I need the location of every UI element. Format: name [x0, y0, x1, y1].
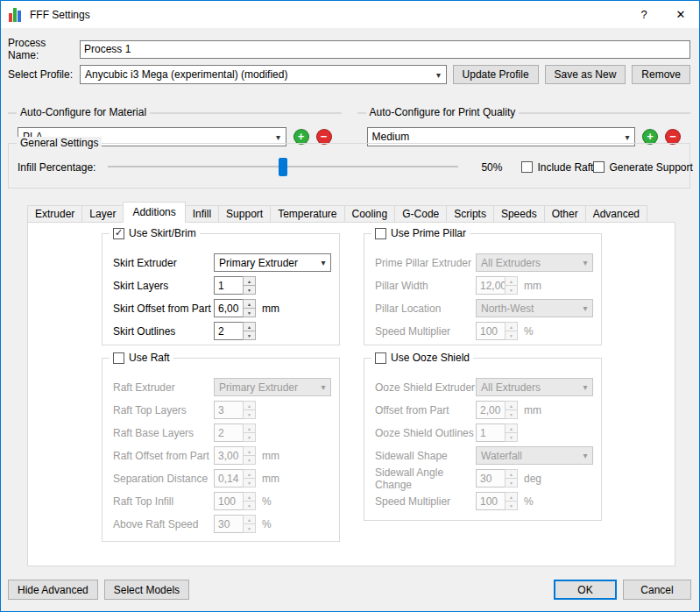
update-profile-button[interactable]: Update Profile: [453, 65, 539, 84]
skirt-outlines-label: Skirt Outlines: [113, 325, 214, 338]
tab-infill[interactable]: Infill: [185, 205, 219, 223]
include-raft-label: Include Raft: [537, 161, 593, 174]
unit-label: %: [524, 495, 534, 508]
use-prime-pillar-group: ✓ Use Prime Pillar Prime Pillar Extruder…: [364, 233, 602, 345]
include-raft-checkbox[interactable]: ✓: [521, 161, 533, 173]
spin-down-icon: ▼: [505, 409, 518, 419]
prime-pillar-extruder-label: Prime Pillar Extruder: [375, 257, 476, 269]
chevron-down-icon[interactable]: ▾: [620, 132, 634, 142]
spin-down-icon[interactable]: ▼: [243, 331, 256, 340]
use-raft-checkbox[interactable]: ✓: [113, 352, 124, 364]
process-name-input[interactable]: [80, 40, 690, 59]
ooze-shield-extruder-row: Ooze Shield Extruder All Extruders ▾: [375, 378, 596, 396]
cancel-button[interactable]: Cancel: [623, 580, 691, 600]
slider-handle[interactable]: [279, 158, 287, 176]
help-button[interactable]: ?: [626, 1, 662, 28]
auto-configure-row: Auto-Configure for Material PLA ▾ + − Au…: [8, 90, 690, 136]
unit-label: %: [262, 518, 272, 530]
ooze-outlines-label: Ooze Shield Outlines: [375, 427, 476, 439]
tab-speeds[interactable]: Speeds: [493, 205, 545, 223]
spin-down-icon[interactable]: ▼: [243, 308, 256, 317]
close-button[interactable]: ✕: [662, 1, 699, 28]
infill-slider[interactable]: [108, 158, 458, 176]
skirt-outlines-spinner[interactable]: 2 ▲▼: [214, 322, 256, 340]
pillar-location-select: North-West ▾: [476, 299, 593, 317]
skirt-layers-spinner[interactable]: 1 ▲▼: [214, 276, 256, 295]
profile-select[interactable]: Anycubic i3 Mega (experimental) (modifie…: [80, 65, 447, 84]
ooze-offset-spinner: 2,00 ▲▼: [476, 401, 518, 419]
use-prime-pillar-label: Use Prime Pillar: [391, 227, 466, 239]
above-raft-speed-row: Above Raft Speed 30 ▲▼ %: [113, 515, 334, 533]
use-skirt-brim-toggle[interactable]: ✓ Use Skirt/Brim: [110, 227, 200, 239]
spin-down-icon: ▼: [505, 285, 518, 295]
generate-support-checkbox[interactable]: ✓: [593, 161, 605, 173]
save-as-new-button[interactable]: Save as New: [545, 65, 626, 84]
skirt-extruder-row: Skirt Extruder Primary Extruder ▾: [113, 253, 334, 272]
profile-select-value: Anycubic i3 Mega (experimental) (modifie…: [81, 68, 432, 81]
tab-support[interactable]: Support: [218, 205, 271, 223]
process-name-row: Process Name:: [8, 39, 690, 59]
tab-gcode[interactable]: G-Code: [394, 205, 447, 223]
check-icon: ✓: [115, 228, 123, 238]
skirt-layers-label: Skirt Layers: [113, 280, 214, 292]
auto-configure-quality-title: Auto-Configure for Print Quality: [366, 106, 520, 118]
spin-down-icon: ▼: [243, 501, 256, 510]
prime-speed-multiplier-label: Speed Multiplier: [375, 325, 476, 338]
ok-button[interactable]: OK: [554, 580, 617, 600]
use-ooze-shield-checkbox[interactable]: ✓: [375, 352, 386, 364]
include-raft-toggle[interactable]: ✓ Include Raft: [521, 161, 593, 174]
use-raft-toggle[interactable]: ✓ Use Raft: [110, 352, 173, 364]
raft-top-infill-spinner: 100 ▲▼: [214, 492, 256, 510]
dialog-footer: Hide Advanced Select Models OK Cancel: [8, 580, 691, 600]
above-raft-speed-spinner: 30 ▲▼: [214, 515, 256, 533]
raft-base-layers-label: Raft Base Layers: [113, 427, 214, 439]
tab-cooling[interactable]: Cooling: [344, 205, 396, 223]
select-models-button[interactable]: Select Models: [104, 580, 189, 600]
use-ooze-shield-toggle[interactable]: ✓ Use Ooze Shield: [371, 352, 473, 364]
use-skirt-brim-checkbox[interactable]: ✓: [113, 228, 124, 239]
tab-extruder[interactable]: Extruder: [27, 205, 82, 223]
tab-other[interactable]: Other: [544, 205, 586, 223]
chevron-down-icon[interactable]: ▾: [316, 258, 330, 267]
tab-additions[interactable]: Additions: [123, 202, 185, 223]
ooze-speed-multiplier-label: Speed Multiplier: [375, 495, 476, 508]
separation-distance-spinner: 0,14 ▲▼: [214, 469, 256, 487]
chevron-down-icon: ▾: [578, 451, 592, 460]
pillar-width-label: Pillar Width: [375, 280, 476, 292]
spin-down-icon: ▼: [505, 432, 518, 442]
prime-pillar-extruder-select: All Extruders ▾: [476, 253, 593, 272]
window-title: FFF Settings: [30, 9, 90, 21]
spin-down-icon: ▼: [505, 331, 518, 340]
tab-advanced[interactable]: Advanced: [585, 205, 647, 223]
additions-tab-panel: ✓ Use Skirt/Brim Skirt Extruder Primary …: [27, 222, 675, 566]
raft-extruder-select: Primary Extruder ▾: [214, 378, 331, 396]
prime-speed-multiplier-row: Speed Multiplier 100 ▲▼ %: [375, 322, 596, 340]
generate-support-toggle[interactable]: ✓ Generate Support: [593, 161, 692, 174]
chevron-down-icon[interactable]: ▾: [272, 132, 286, 142]
spin-down-icon: ▼: [243, 478, 256, 487]
remove-profile-button[interactable]: Remove: [632, 65, 690, 84]
tab-scripts[interactable]: Scripts: [446, 205, 494, 223]
skirt-offset-spinner[interactable]: 6,00 ▲▼: [214, 299, 256, 317]
select-profile-label: Select Profile:: [8, 68, 80, 81]
general-settings-title: General Settings: [17, 137, 102, 149]
app-icon: [9, 8, 23, 22]
tab-temperature[interactable]: Temperature: [270, 205, 344, 223]
infill-percentage-label: Infill Percentage:: [18, 161, 95, 174]
pillar-location-row: Pillar Location North-West ▾: [375, 299, 596, 317]
skirt-layers-row: Skirt Layers 1 ▲▼: [113, 276, 334, 295]
hide-advanced-button[interactable]: Hide Advanced: [8, 580, 98, 600]
use-prime-pillar-toggle[interactable]: ✓ Use Prime Pillar: [371, 227, 470, 239]
spin-down-icon[interactable]: ▼: [243, 285, 256, 295]
chevron-down-icon[interactable]: ▾: [432, 70, 446, 80]
skirt-extruder-select[interactable]: Primary Extruder ▾: [214, 253, 331, 272]
prime-speed-multiplier-spinner: 100 ▲▼: [476, 322, 518, 340]
ooze-outlines-row: Ooze Shield Outlines 1 ▲▼: [375, 423, 596, 442]
raft-offset-label: Raft Offset from Part: [113, 450, 214, 462]
use-skirt-brim-group: ✓ Use Skirt/Brim Skirt Extruder Primary …: [102, 233, 340, 345]
skirt-extruder-label: Skirt Extruder: [113, 257, 214, 269]
sidewall-shape-label: Sidewall Shape: [375, 450, 476, 462]
raft-offset-row: Raft Offset from Part 3,00 ▲▼ mm: [113, 446, 334, 465]
use-prime-pillar-checkbox[interactable]: ✓: [375, 228, 386, 239]
tab-layer[interactable]: Layer: [81, 205, 124, 223]
